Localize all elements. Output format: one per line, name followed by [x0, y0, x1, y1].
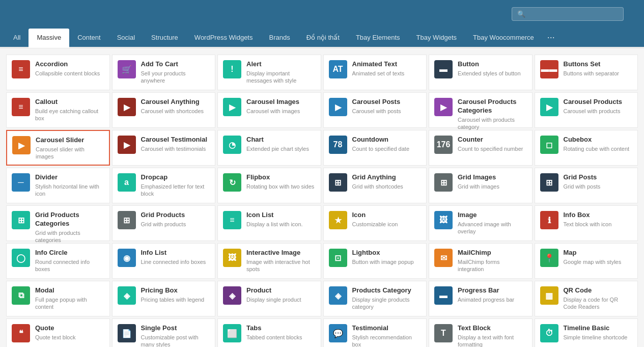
- element-item-counter[interactable]: 176 Counter Count to specified number: [429, 130, 533, 166]
- element-text-carousel_anything: Carousel Anything Carousel with shortcod…: [141, 98, 210, 115]
- element-item-pricing_box[interactable]: ◈ Pricing Box Pricing tables with legend: [112, 281, 216, 316]
- element-item-carousel_images[interactable]: ▶ Carousel Images Carousel with images: [217, 92, 321, 128]
- element-item-text_block[interactable]: T Text Block Display a text with font fo…: [429, 318, 533, 347]
- element-item-product[interactable]: ◈ Product Display single product: [217, 281, 321, 316]
- element-text-text_block: Text Block Display a text with font form…: [458, 324, 527, 347]
- element-item-carousel_anything[interactable]: ▶ Carousel Anything Carousel with shortc…: [112, 92, 216, 128]
- element-desc-pricing_box: Pricing tables with legend: [141, 296, 210, 303]
- element-desc-info_list: Line connected info boxes: [141, 258, 210, 265]
- tabs-bar: All Massive Content Social Structure Wor…: [0, 28, 644, 48]
- element-item-modal[interactable]: ⧉ Modal Full page popup with content: [6, 281, 110, 316]
- element-item-flipbox[interactable]: ↻ Flipbox Rotating box with two sides: [217, 168, 321, 203]
- element-item-testimonial[interactable]: 💬 Testimonial Stylish recommendation box: [323, 318, 427, 347]
- tab-tbay-woocommerce[interactable]: Tbay Woocommerce: [465, 29, 542, 48]
- element-item-chart[interactable]: ◔ Chart Extended pie chart styles: [217, 130, 321, 166]
- element-icon-info_box: ℹ: [540, 211, 558, 229]
- element-item-grid_images[interactable]: ⊞ Grid Images Grid with images: [429, 168, 533, 203]
- element-name-progress_bar: Progress Bar: [458, 286, 527, 295]
- tab-content[interactable]: Content: [69, 29, 109, 48]
- tab-wordpress-widgets[interactable]: WordPress Widgets: [186, 29, 261, 48]
- element-desc-products_category: Display single products category: [352, 296, 422, 311]
- element-item-icon[interactable]: ★ Icon Customizable icon: [323, 205, 427, 241]
- element-item-alert[interactable]: ! Alert Display important messages with …: [217, 55, 321, 90]
- element-item-quote[interactable]: ❝ Quote Quote text block: [6, 318, 110, 347]
- element-item-dropcap[interactable]: a Dropcap Emphasized letter for text blo…: [112, 168, 216, 203]
- element-item-callout[interactable]: ≡ Callout Build eye catching callout box: [6, 92, 110, 128]
- tab-brands[interactable]: Brands: [261, 29, 298, 48]
- element-icon-chart: ◔: [223, 136, 241, 154]
- element-desc-carousel_testimonial: Carousel with testimonials: [141, 145, 210, 152]
- element-item-animated_text[interactable]: AT Animated Text Animated set of texts: [323, 55, 427, 90]
- element-item-timeline_basic[interactable]: ⏱ Timeline Basic Simple timeline shortco…: [535, 318, 638, 347]
- element-text-grid_products_categories: Grid Products Categories Grid with produ…: [35, 211, 104, 244]
- element-desc-carousel_posts: Carousel with posts: [352, 108, 422, 115]
- element-item-lightbox[interactable]: ⊡ Lightbox Button with image popup: [323, 243, 427, 279]
- element-icon-progress_bar: ▬: [434, 286, 453, 305]
- element-item-grid_products_categories[interactable]: ⊞ Grid Products Categories Grid with pro…: [6, 205, 110, 241]
- element-item-tabs[interactable]: ⬜ Tabs Tabbed content blocks: [217, 318, 321, 347]
- element-item-single_post[interactable]: 📄 Single Post Customizable post with man…: [112, 318, 216, 347]
- tab-tbay-widgets[interactable]: Tbay Widgets: [408, 29, 465, 48]
- tab-all[interactable]: All: [5, 29, 29, 48]
- element-item-image[interactable]: 🖼 Image Advanced image with overlay: [429, 205, 533, 241]
- tab-do-noi-that[interactable]: Đồ nội thất: [298, 29, 348, 48]
- element-item-carousel_testimonial[interactable]: ▶ Carousel Testimonial Carousel with tes…: [112, 130, 216, 166]
- element-item-map[interactable]: 📍 Map Google map with styles: [535, 243, 638, 279]
- element-item-carousel_slider[interactable]: ▶ Carousel Slider Carousel slider with i…: [6, 130, 110, 166]
- element-desc-carousel_products_categories: Carousel with products category: [458, 116, 527, 131]
- element-icon-grid_products_categories: ⊞: [12, 211, 30, 229]
- element-text-grid_products: Grid Products Grid with products: [141, 211, 210, 228]
- element-item-grid_posts[interactable]: ⊞ Grid Posts Grid with posts: [535, 168, 638, 203]
- element-item-grid_anything[interactable]: ⊞ Grid Anything Grid with shortcodes: [323, 168, 427, 203]
- element-item-info_list[interactable]: ◉ Info List Line connected info boxes: [112, 243, 216, 279]
- element-desc-map: Google map with styles: [564, 258, 633, 265]
- element-item-carousel_posts[interactable]: ▶ Carousel Posts Carousel with posts: [323, 92, 427, 128]
- tab-social[interactable]: Social: [109, 29, 143, 48]
- element-item-info_box[interactable]: ℹ Info Box Text block with icon: [535, 205, 638, 241]
- element-text-carousel_posts: Carousel Posts Carousel with posts: [352, 98, 422, 115]
- element-item-add_to_cart[interactable]: 🛒 Add To Cart Sell your products anywher…: [112, 55, 216, 90]
- element-icon-cubebox: ◻: [540, 136, 558, 154]
- element-desc-testimonial: Stylish recommendation box: [352, 334, 422, 347]
- element-desc-carousel_images: Carousel with images: [246, 108, 316, 115]
- element-item-carousel_products[interactable]: ▶ Carousel Products Carousel with produc…: [535, 92, 638, 128]
- element-item-qr_code[interactable]: ▦ QR Code Display a code for QR Code Rea…: [535, 281, 638, 316]
- element-item-interactive_image[interactable]: 🖼 Interactive Image Image with interacti…: [217, 243, 321, 279]
- element-text-quote: Quote Quote text block: [35, 324, 104, 341]
- search-input[interactable]: [528, 10, 618, 18]
- element-item-buttons_set[interactable]: ▬▬ Buttons Set Buttons with separator: [535, 55, 638, 90]
- search-box[interactable]: 🔍: [512, 7, 624, 21]
- element-item-grid_products[interactable]: ⊞ Grid Products Grid with products: [112, 205, 216, 241]
- element-item-accordion[interactable]: ≡ Accordion Collapsible content blocks: [6, 55, 110, 90]
- element-text-progress_bar: Progress Bar Animated progress bar: [458, 286, 527, 303]
- element-item-carousel_products_categories[interactable]: ▶ Carousel Products Categories Carousel …: [429, 92, 533, 128]
- element-item-cubebox[interactable]: ◻ Cubebox Rotating cube with content: [535, 130, 638, 166]
- element-item-button[interactable]: ▬ Button Extended styles of button: [429, 55, 533, 90]
- element-desc-buttons_set: Buttons with separator: [564, 70, 633, 77]
- element-name-map: Map: [564, 249, 633, 257]
- element-icon-carousel_posts: ▶: [329, 98, 347, 116]
- modal-header: 🔍: [0, 0, 644, 28]
- element-text-tabs: Tabs Tabbed content blocks: [246, 324, 316, 341]
- element-icon-modal: ⧉: [12, 286, 30, 305]
- element-item-icon_list[interactable]: ≡ Icon List Display a list with icon.: [217, 205, 321, 241]
- element-item-divider[interactable]: ─ Divider Stylish horizontal line with i…: [6, 168, 110, 203]
- element-desc-icon_list: Display a list with icon.: [246, 221, 316, 228]
- element-item-products_category[interactable]: ◈ Products Category Display single produ…: [323, 281, 427, 316]
- element-name-chart: Chart: [246, 136, 316, 144]
- element-desc-divider: Stylish horizontal line with icon: [35, 183, 104, 198]
- tab-massive[interactable]: Massive: [29, 29, 69, 48]
- element-icon-interactive_image: 🖼: [223, 249, 241, 267]
- element-item-progress_bar[interactable]: ▬ Progress Bar Animated progress bar: [429, 281, 533, 316]
- element-name-countdown: Countdown: [352, 136, 422, 144]
- tab-structure[interactable]: Structure: [143, 29, 186, 48]
- element-item-countdown[interactable]: 78 Countdown Count to specified date: [323, 130, 427, 166]
- tab-tbay-elements[interactable]: Tbay Elements: [348, 29, 408, 48]
- element-text-lightbox: Lightbox Button with image popup: [352, 249, 422, 265]
- element-text-carousel_testimonial: Carousel Testimonial Carousel with testi…: [141, 136, 210, 152]
- element-text-grid_images: Grid Images Grid with images: [458, 173, 527, 190]
- element-item-mailchimp[interactable]: ✉ MailChimp MailChimp forms integration: [429, 243, 533, 279]
- element-desc-icon: Customizable icon: [352, 221, 422, 228]
- element-item-info_circle[interactable]: ◯ Info Circle Round connected info boxes: [6, 243, 110, 279]
- tab-more[interactable]: ···: [542, 28, 560, 47]
